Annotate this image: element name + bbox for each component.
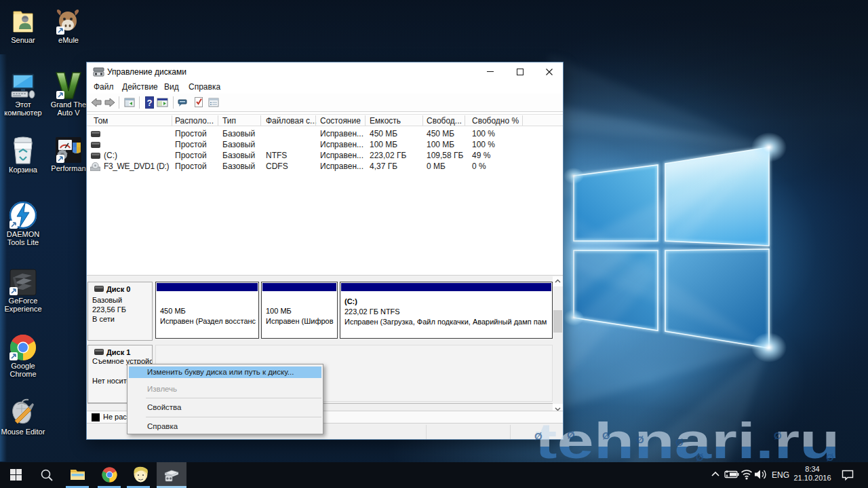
svg-text:?: ? [147,98,153,108]
